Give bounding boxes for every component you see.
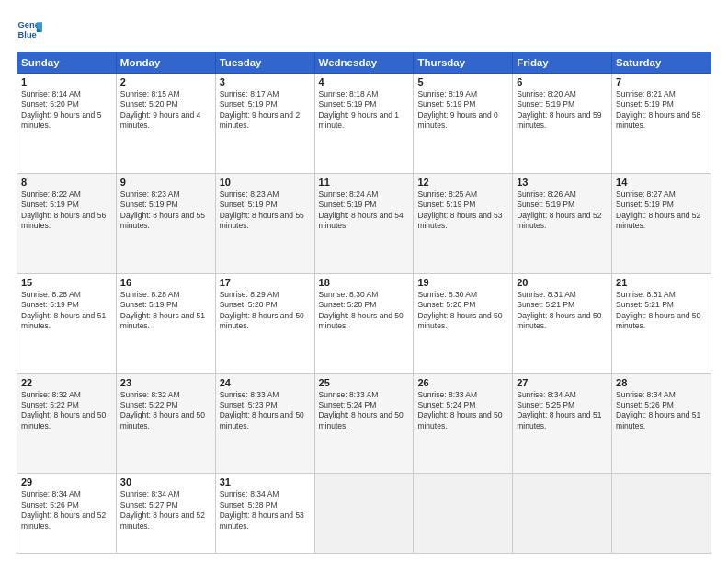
calendar-cell: 21Sunrise: 8:31 AM Sunset: 5:21 PM Dayli… (612, 273, 711, 373)
day-info: Sunrise: 8:33 AM Sunset: 5:23 PM Dayligh… (220, 390, 311, 432)
weekday-header-wednesday: Wednesday (314, 52, 414, 74)
calendar-cell: 16Sunrise: 8:28 AM Sunset: 5:19 PM Dayli… (116, 273, 215, 373)
calendar-cell: 7Sunrise: 8:21 AM Sunset: 5:19 PM Daylig… (612, 74, 711, 174)
day-number: 27 (517, 377, 608, 388)
day-info: Sunrise: 8:34 AM Sunset: 5:27 PM Dayligh… (120, 489, 211, 532)
calendar: SundayMondayTuesdayWednesdayThursdayFrid… (17, 52, 711, 554)
calendar-cell: 18Sunrise: 8:30 AM Sunset: 5:20 PM Dayli… (314, 273, 414, 373)
day-info: Sunrise: 8:14 AM Sunset: 5:20 PM Dayligh… (21, 89, 112, 132)
calendar-cell: 5Sunrise: 8:19 AM Sunset: 5:19 PM Daylig… (414, 74, 513, 174)
page: General Blue SundayMondayTuesdayWednesda… (0, 0, 728, 563)
day-number: 16 (120, 277, 211, 288)
day-info: Sunrise: 8:33 AM Sunset: 5:24 PM Dayligh… (417, 390, 508, 432)
day-number: 7 (616, 76, 707, 87)
day-info: Sunrise: 8:26 AM Sunset: 5:19 PM Dayligh… (517, 190, 608, 232)
day-info: Sunrise: 8:17 AM Sunset: 5:19 PM Dayligh… (220, 89, 311, 132)
calendar-cell: 27Sunrise: 8:34 AM Sunset: 5:25 PM Dayli… (513, 373, 612, 474)
calendar-cell: 10Sunrise: 8:23 AM Sunset: 5:19 PM Dayli… (215, 173, 314, 273)
weekday-header-tuesday: Tuesday (215, 52, 314, 74)
logo-icon: General Blue (17, 17, 42, 42)
day-number: 14 (616, 177, 707, 188)
calendar-cell (414, 474, 513, 554)
day-number: 30 (120, 477, 211, 488)
day-info: Sunrise: 8:22 AM Sunset: 5:19 PM Dayligh… (21, 190, 112, 232)
day-info: Sunrise: 8:34 AM Sunset: 5:26 PM Dayligh… (21, 489, 112, 532)
day-info: Sunrise: 8:27 AM Sunset: 5:19 PM Dayligh… (616, 190, 707, 232)
day-number: 29 (21, 477, 112, 488)
day-number: 20 (517, 277, 608, 288)
day-number: 31 (220, 477, 311, 488)
day-number: 22 (21, 377, 112, 388)
day-info: Sunrise: 8:32 AM Sunset: 5:22 PM Dayligh… (120, 390, 211, 432)
day-info: Sunrise: 8:23 AM Sunset: 5:19 PM Dayligh… (220, 190, 311, 232)
calendar-cell: 30Sunrise: 8:34 AM Sunset: 5:27 PM Dayli… (116, 474, 215, 554)
day-number: 24 (220, 377, 311, 388)
calendar-cell: 12Sunrise: 8:25 AM Sunset: 5:19 PM Dayli… (414, 173, 513, 273)
day-info: Sunrise: 8:32 AM Sunset: 5:22 PM Dayligh… (21, 390, 112, 432)
day-number: 17 (220, 277, 311, 288)
day-info: Sunrise: 8:20 AM Sunset: 5:19 PM Dayligh… (517, 89, 608, 132)
calendar-cell: 3Sunrise: 8:17 AM Sunset: 5:19 PM Daylig… (215, 74, 314, 174)
calendar-cell: 11Sunrise: 8:24 AM Sunset: 5:19 PM Dayli… (314, 173, 414, 273)
day-number: 6 (517, 76, 608, 87)
weekday-header-friday: Friday (513, 52, 612, 74)
weekday-header-saturday: Saturday (612, 52, 711, 74)
calendar-cell: 24Sunrise: 8:33 AM Sunset: 5:23 PM Dayli… (215, 373, 314, 474)
weekday-header-sunday: Sunday (17, 52, 117, 74)
day-number: 3 (220, 76, 311, 87)
day-info: Sunrise: 8:30 AM Sunset: 5:20 PM Dayligh… (319, 290, 410, 332)
calendar-cell: 25Sunrise: 8:33 AM Sunset: 5:24 PM Dayli… (314, 373, 414, 474)
calendar-cell: 17Sunrise: 8:29 AM Sunset: 5:20 PM Dayli… (215, 273, 314, 373)
weekday-header-row: SundayMondayTuesdayWednesdayThursdayFrid… (17, 52, 711, 74)
header: General Blue (17, 17, 711, 42)
day-number: 21 (616, 277, 707, 288)
day-info: Sunrise: 8:31 AM Sunset: 5:21 PM Dayligh… (517, 290, 608, 332)
day-info: Sunrise: 8:15 AM Sunset: 5:20 PM Dayligh… (120, 89, 211, 132)
day-number: 28 (616, 377, 707, 388)
day-number: 5 (417, 76, 508, 87)
day-info: Sunrise: 8:34 AM Sunset: 5:28 PM Dayligh… (220, 489, 311, 532)
day-info: Sunrise: 8:24 AM Sunset: 5:19 PM Dayligh… (319, 190, 410, 232)
calendar-cell (314, 474, 414, 554)
weekday-header-thursday: Thursday (414, 52, 513, 74)
calendar-cell (513, 474, 612, 554)
day-info: Sunrise: 8:31 AM Sunset: 5:21 PM Dayligh… (616, 290, 707, 332)
calendar-cell: 28Sunrise: 8:34 AM Sunset: 5:26 PM Dayli… (612, 373, 711, 474)
day-info: Sunrise: 8:21 AM Sunset: 5:19 PM Dayligh… (616, 89, 707, 132)
day-number: 13 (517, 177, 608, 188)
day-info: Sunrise: 8:25 AM Sunset: 5:19 PM Dayligh… (417, 190, 508, 232)
calendar-cell (612, 474, 711, 554)
calendar-cell: 19Sunrise: 8:30 AM Sunset: 5:20 PM Dayli… (414, 273, 513, 373)
day-info: Sunrise: 8:29 AM Sunset: 5:20 PM Dayligh… (220, 290, 311, 332)
calendar-cell: 4Sunrise: 8:18 AM Sunset: 5:19 PM Daylig… (314, 74, 414, 174)
day-info: Sunrise: 8:33 AM Sunset: 5:24 PM Dayligh… (319, 390, 410, 432)
calendar-cell: 22Sunrise: 8:32 AM Sunset: 5:22 PM Dayli… (17, 373, 117, 474)
weekday-header-monday: Monday (116, 52, 215, 74)
logo: General Blue (17, 17, 46, 42)
day-info: Sunrise: 8:23 AM Sunset: 5:19 PM Dayligh… (120, 190, 211, 232)
day-number: 4 (319, 76, 410, 87)
calendar-cell: 31Sunrise: 8:34 AM Sunset: 5:28 PM Dayli… (215, 474, 314, 554)
day-number: 19 (417, 277, 508, 288)
svg-text:Blue: Blue (18, 30, 37, 40)
calendar-cell: 23Sunrise: 8:32 AM Sunset: 5:22 PM Dayli… (116, 373, 215, 474)
day-info: Sunrise: 8:18 AM Sunset: 5:19 PM Dayligh… (319, 89, 410, 132)
day-number: 8 (21, 177, 112, 188)
calendar-cell: 9Sunrise: 8:23 AM Sunset: 5:19 PM Daylig… (116, 173, 215, 273)
day-info: Sunrise: 8:34 AM Sunset: 5:25 PM Dayligh… (517, 390, 608, 432)
day-number: 12 (417, 177, 508, 188)
day-number: 1 (21, 76, 112, 87)
day-number: 18 (319, 277, 410, 288)
calendar-cell: 14Sunrise: 8:27 AM Sunset: 5:19 PM Dayli… (612, 173, 711, 273)
day-number: 23 (120, 377, 211, 388)
calendar-cell: 29Sunrise: 8:34 AM Sunset: 5:26 PM Dayli… (17, 474, 117, 554)
day-info: Sunrise: 8:34 AM Sunset: 5:26 PM Dayligh… (616, 390, 707, 432)
calendar-cell: 26Sunrise: 8:33 AM Sunset: 5:24 PM Dayli… (414, 373, 513, 474)
calendar-cell: 20Sunrise: 8:31 AM Sunset: 5:21 PM Dayli… (513, 273, 612, 373)
day-number: 9 (120, 177, 211, 188)
day-number: 26 (417, 377, 508, 388)
day-number: 15 (21, 277, 112, 288)
day-number: 2 (120, 76, 211, 87)
day-number: 11 (319, 177, 410, 188)
day-info: Sunrise: 8:28 AM Sunset: 5:19 PM Dayligh… (21, 290, 112, 332)
